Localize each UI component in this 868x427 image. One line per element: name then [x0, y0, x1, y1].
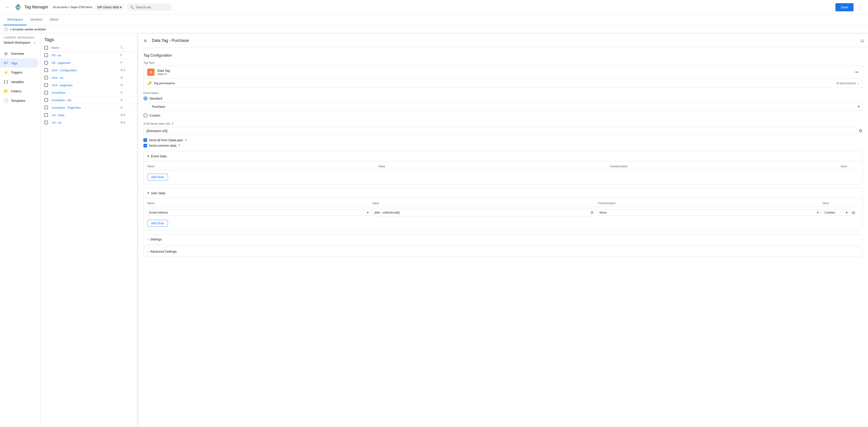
table-row[interactable]: Snowplow - PageView S — [41, 104, 138, 112]
tag-type-edit-button[interactable]: ✏ — [855, 70, 859, 75]
row-checkbox[interactable] — [44, 83, 48, 87]
settings-section[interactable]: › Settings — [144, 234, 863, 245]
tab-versions[interactable]: Versions — [27, 14, 46, 25]
user-store-select[interactable]: Cookies ▾ — [823, 209, 850, 216]
table-row[interactable]: UA - base G A — [41, 112, 138, 119]
panel-folder-button[interactable]: 🗂 — [860, 38, 864, 43]
send-common-checkbox[interactable] — [144, 144, 147, 147]
table-row[interactable]: GA4 - configuration G C — [41, 67, 138, 74]
workspace-dropdown-icon: ▾ — [120, 5, 122, 9]
user-value-variable-icon[interactable]: ⚙ — [590, 210, 593, 215]
save-button[interactable]: Save — [835, 3, 854, 11]
workspace-label: WP Demo Web — [97, 5, 119, 9]
tag-name-link[interactable]: FB - ee — [52, 54, 61, 57]
tag-name-link[interactable]: GA4 - configuration — [52, 69, 77, 72]
custom-radio-button[interactable] — [144, 114, 148, 118]
send-common-row: Send common data ? — [144, 144, 863, 147]
advanced-settings-section[interactable]: › Advanced Settings — [144, 246, 863, 257]
row-checkbox[interactable] — [44, 76, 48, 80]
sidebar-nav: ⊙ Overview 🏷 Tags ⚡ Triggers { } Variabl… — [0, 49, 40, 105]
row-checkbox[interactable] — [44, 113, 48, 117]
tag-name-link[interactable]: UA - base — [52, 114, 64, 117]
user-data-table-header: Name Value Transformation Store — [147, 202, 859, 207]
user-data-chevron-icon: ▾ — [147, 191, 149, 195]
user-data-header[interactable]: ▾ User Data — [144, 188, 862, 198]
tag-name-link[interactable]: UA - ee — [52, 121, 61, 124]
standard-radio-row: Standard — [144, 96, 863, 100]
event-data-add-row-button[interactable]: Add Row — [147, 174, 168, 180]
search-bar[interactable]: 🔍 Search wo... — [126, 4, 172, 11]
table-row[interactable]: GA4 - ee G — [41, 74, 138, 82]
event-data-table-header: Name Value Transformation Store — [147, 165, 859, 170]
gtm-url-variable-button[interactable]: ⚙ — [859, 128, 863, 133]
row-checkbox[interactable] — [44, 121, 48, 124]
sidebar-item-tags[interactable]: 🏷 Tags — [0, 58, 39, 68]
send-all-checkbox[interactable] — [144, 138, 147, 142]
table-row[interactable]: SnowPlow C — [41, 89, 138, 96]
table-row[interactable]: UA - ee G A — [41, 119, 138, 126]
svg-text:GTM: GTM — [16, 6, 21, 9]
row-checkbox[interactable] — [44, 106, 48, 109]
user-data-section: ▾ User Data Name Value Transformation St… — [144, 188, 863, 231]
user-value-input[interactable]: {{dlv - visitorEmail}} ⚙ — [372, 209, 596, 216]
panel-header: ✕ Data Tag - Purchase 🗂 — [138, 33, 868, 48]
tags-icon: 🏷 — [4, 61, 8, 65]
sidebar: CURRENT WORKSPACE Default Workspace › ⊙ … — [0, 33, 41, 427]
tag-name-link[interactable]: Snowplow - EE — [52, 98, 71, 102]
tag-config-body: Tag Configuration Tag Type S Data Tag st… — [138, 48, 868, 262]
tag-name-link[interactable]: Snowplow - PageView — [52, 106, 81, 109]
topbar: ← GTM Tag Manager All accounts > Stape G… — [0, 0, 868, 14]
event-data-header[interactable]: ▾ Event Data — [144, 151, 862, 161]
tag-name-link[interactable]: GA4 - ee — [52, 76, 63, 80]
gtm-url-input[interactable]: {{transport url}} — [144, 127, 857, 135]
more-options-button[interactable]: ⋮ — [856, 3, 864, 12]
template-notice-text: 1 template update available — [10, 28, 46, 31]
back-button[interactable]: ← — [4, 3, 12, 11]
sidebar-item-folders[interactable]: 📁 Folders — [0, 87, 39, 96]
row-checkbox[interactable] — [44, 91, 48, 94]
user-name-select[interactable]: Email Address ▾ — [147, 209, 371, 216]
sidebar-item-overview[interactable]: ⊙ Overview — [0, 49, 39, 58]
standard-radio-button[interactable] — [144, 96, 148, 100]
user-data-add-row-button[interactable]: Add Row — [147, 220, 168, 226]
gtm-url-help-icon[interactable]: ? — [172, 122, 173, 126]
send-all-help-icon[interactable]: ? — [185, 138, 187, 142]
row-checkbox[interactable] — [44, 54, 48, 57]
row-checkbox[interactable] — [44, 68, 48, 72]
advanced-chevron-icon: › — [147, 250, 149, 253]
sidebar-item-triggers[interactable]: ⚡ Triggers — [0, 68, 39, 77]
templates-icon: 📄 — [4, 98, 8, 103]
tag-name-link[interactable]: FB - pageview — [52, 61, 70, 64]
advanced-label: Advanced Settings — [150, 250, 177, 253]
tag-name-link[interactable]: SnowPlow — [52, 91, 65, 94]
table-row[interactable]: FB - ee F — [41, 52, 138, 59]
event-name-select[interactable]: Purchase ▾ — [149, 102, 863, 111]
standard-radio-label: Standard — [149, 97, 162, 100]
tags-panel: Tags Name ↑ T... FB - ee F — [41, 33, 138, 427]
workspace-dropdown[interactable]: WP Demo Web ▾ — [95, 4, 124, 10]
permissions-label: Tag permissions — [154, 82, 836, 85]
table-row[interactable]: GA4 - pageview G — [41, 82, 138, 89]
panel-close-button[interactable]: ✕ — [142, 36, 149, 45]
workspace-selector[interactable]: Default Workspace › — [4, 39, 37, 46]
user-data-row: Email Address ▾ {{dlv - visitorEmail}} ⚙… — [147, 209, 859, 216]
tab-admin[interactable]: Admin — [46, 14, 62, 25]
tag-permissions-row[interactable]: 🔑 Tag permissions 10 permissions › — [144, 79, 862, 88]
sidebar-item-variables[interactable]: { } Variables — [0, 77, 39, 87]
table-row[interactable]: Snowplow - EE S — [41, 96, 138, 104]
user-transformation-select[interactable]: None ▾ — [597, 209, 821, 216]
name-column-header: Name — [52, 46, 59, 49]
tags-panel-title: Tags — [41, 33, 138, 44]
gtm-url-section: GTM Server Side URL ? {{transport url}} … — [144, 122, 863, 135]
table-row[interactable]: FB - pageview F — [41, 59, 138, 67]
select-all-checkbox[interactable] — [44, 46, 48, 50]
row-checkbox[interactable] — [44, 98, 48, 102]
tab-workspace[interactable]: Workspace — [4, 14, 27, 25]
tag-name-link[interactable]: GA4 - pageview — [52, 84, 73, 87]
user-row-remove-button[interactable]: ⊖ — [851, 210, 859, 215]
purchase-option-value: Purchase — [152, 105, 858, 109]
send-common-help-icon[interactable]: ? — [178, 144, 180, 147]
row-checkbox[interactable] — [44, 61, 48, 64]
sidebar-item-templates[interactable]: 📄 Templates — [0, 96, 39, 105]
workspace-section-label: CURRENT WORKSPACE — [4, 36, 37, 39]
